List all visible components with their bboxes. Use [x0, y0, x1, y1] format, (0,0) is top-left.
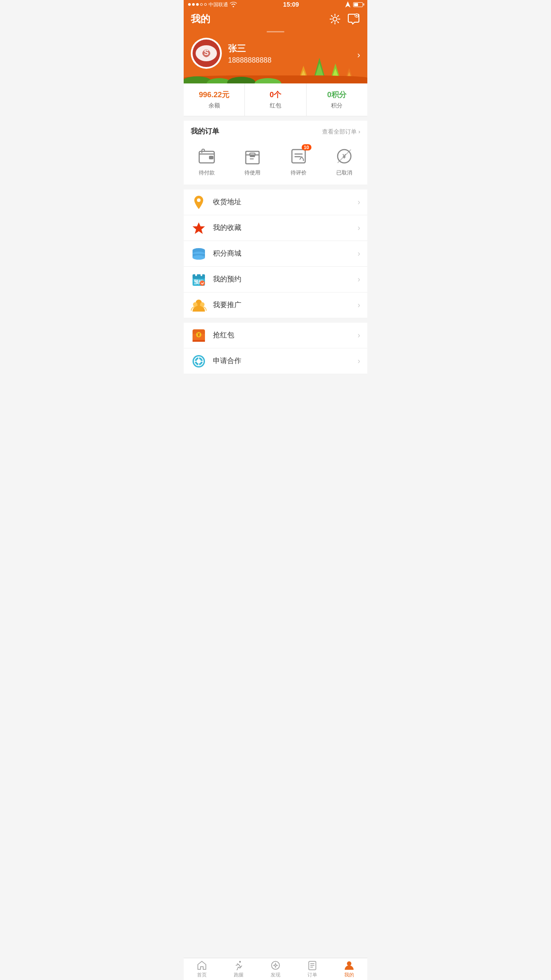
svg-point-0	[333, 17, 337, 21]
avatar[interactable]: S	[191, 38, 222, 69]
cancelled-icon: ¥	[335, 147, 354, 166]
carrier-label: 中国联通	[209, 1, 228, 8]
signal-dot-1	[188, 3, 191, 6]
signal-dot-5	[204, 3, 207, 6]
profile-banner[interactable]: S 张三 18888888888 ›	[184, 26, 367, 83]
profile-info: S 张三 18888888888	[191, 38, 360, 69]
order-pending-review[interactable]: 10 待评价	[276, 147, 322, 177]
svg-point-41	[200, 302, 205, 307]
signal-dot-3	[196, 3, 199, 6]
redpacket-arrow: ›	[358, 331, 360, 340]
svg-point-49	[197, 359, 201, 364]
svg-point-28	[197, 198, 201, 202]
order-pending-payment[interactable]: 待付款	[184, 147, 230, 177]
order-pending-review-label: 待评价	[291, 169, 307, 177]
favorites-icon-wrap	[191, 220, 207, 236]
order-pending-use-label: 待使用	[244, 169, 260, 177]
promote-icon	[191, 298, 207, 312]
status-time: 15:09	[283, 1, 299, 8]
promote-arrow: ›	[358, 300, 360, 310]
settings-button[interactable]	[328, 12, 342, 26]
menu-favorites[interactable]: 我的收藏 ›	[184, 215, 367, 241]
page-header: 我的	[184, 9, 367, 26]
signal-dot-2	[192, 3, 195, 6]
bushes-svg	[184, 74, 317, 83]
address-icon-wrap	[191, 194, 207, 210]
redpacket-label: 红包	[270, 102, 281, 110]
message-icon	[347, 13, 360, 25]
svg-rect-36	[201, 273, 202, 276]
order-pending-review-icon-wrap: 10	[289, 147, 308, 166]
order-cancelled-label: 已取消	[336, 169, 352, 177]
gap-3	[184, 318, 367, 323]
menu-reservation[interactable]: 预约 我的预约 ›	[184, 267, 367, 292]
order-pending-use[interactable]: 待使用	[230, 147, 276, 177]
balance-value: 996.22元	[199, 90, 229, 100]
order-cancelled-icon-wrap: ¥	[335, 147, 354, 166]
reservation-text: 我的预约	[213, 275, 358, 284]
menu-points-mall[interactable]: 积分商城 ›	[184, 241, 367, 267]
order-pending-use-icon-wrap	[243, 147, 262, 166]
svg-point-40	[193, 302, 197, 307]
svg-text:S: S	[204, 49, 209, 56]
view-all-arrow: ›	[358, 128, 360, 135]
battery-icon	[353, 2, 363, 7]
avatar-logo: S	[195, 42, 218, 65]
svg-point-25	[303, 160, 304, 161]
status-right	[345, 1, 363, 8]
page-title: 我的	[191, 12, 210, 26]
redpacket-icon: ¥	[192, 328, 206, 343]
redpacket-value: 0个	[270, 90, 281, 100]
wifi-icon	[230, 2, 237, 7]
banner-divider	[267, 31, 284, 32]
svg-point-18	[227, 77, 256, 83]
menu-promote[interactable]: 我要推广 ›	[184, 292, 367, 318]
orders-title: 我的订单	[191, 127, 219, 136]
cooperation-icon-wrap	[191, 353, 207, 369]
avatar-inner: S	[193, 40, 220, 67]
header-icons	[328, 12, 360, 26]
stat-balance[interactable]: 996.22元 余额	[184, 83, 244, 116]
signal-dots	[188, 3, 207, 6]
menu-redpacket[interactable]: ¥ 抢红包 ›	[184, 323, 367, 348]
order-pending-payment-icon-wrap	[197, 147, 216, 166]
user-info: 张三 18888888888	[228, 43, 272, 64]
reservation-icon-wrap: 预约	[191, 272, 207, 288]
user-name: 张三	[228, 43, 272, 55]
order-icons-row: 待付款 待使用	[184, 142, 367, 185]
message-button[interactable]	[347, 12, 360, 26]
address-text: 收货地址	[213, 198, 358, 207]
promote-text: 我要推广	[213, 300, 358, 310]
wallet-icon	[197, 147, 216, 166]
svg-point-32	[193, 255, 205, 260]
orders-section: 我的订单 查看全部订单 › 待付款	[184, 121, 367, 185]
menu-cooperation[interactable]: 申请合作 ›	[184, 348, 367, 374]
status-bar: 中国联通 15:09	[184, 0, 367, 9]
cooperation-arrow: ›	[358, 356, 360, 366]
status-left: 中国联通	[188, 1, 237, 8]
view-all-label: 查看全部订单	[322, 128, 357, 136]
svg-point-19	[255, 78, 281, 83]
bottom-spacer	[184, 374, 367, 401]
bushes	[184, 74, 367, 83]
user-phone: 18888888888	[228, 56, 272, 64]
redpacket-text: 抢红包	[213, 331, 358, 340]
cooperation-text: 申请合作	[213, 356, 358, 366]
order-cancelled[interactable]: ¥ 已取消	[322, 147, 368, 177]
redpacket-icon-wrap: ¥	[191, 328, 207, 344]
svg-marker-29	[193, 222, 205, 234]
order-pending-payment-label: 待付款	[199, 169, 215, 177]
stat-redpacket[interactable]: 0个 红包	[244, 83, 306, 116]
svg-rect-21	[209, 156, 213, 159]
profile-arrow[interactable]: ›	[357, 50, 360, 60]
stat-points[interactable]: 0积分 积分	[306, 83, 367, 116]
location-icon	[192, 195, 205, 210]
review-badge: 10	[302, 144, 311, 150]
points-value: 0积分	[327, 90, 346, 100]
menu-address[interactable]: 收货地址 ›	[184, 190, 367, 215]
gap-1	[184, 116, 367, 121]
stats-row: 996.22元 余额 0个 红包 0积分 积分	[184, 83, 367, 116]
view-all-orders-button[interactable]: 查看全部订单 ›	[322, 128, 360, 136]
signal-dot-4	[200, 3, 203, 6]
orders-header: 我的订单 查看全部订单 ›	[184, 121, 367, 142]
